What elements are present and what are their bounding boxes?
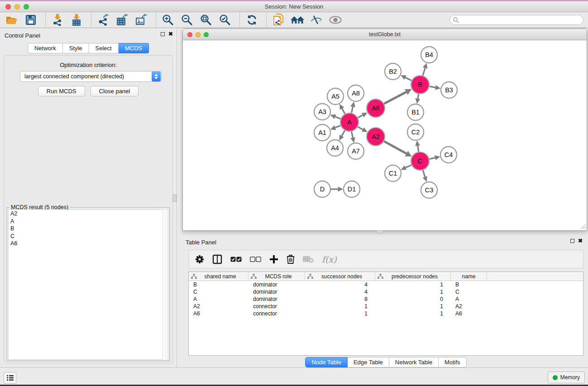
network-document-icon[interactable] — [270, 13, 287, 27]
table-cell[interactable]: B — [451, 281, 487, 288]
tab-style[interactable]: Style — [63, 43, 89, 53]
zoom-selected-icon[interactable] — [217, 13, 233, 27]
table-row[interactable]: Adominator80A — [189, 295, 583, 303]
tab-edge-table[interactable]: Edge Table — [348, 357, 389, 367]
table-cell[interactable]: 1 — [375, 288, 451, 295]
table-cell[interactable]: 1 — [375, 303, 451, 310]
table-cell[interactable]: A6 — [451, 310, 487, 317]
table-cell[interactable] — [487, 295, 583, 303]
result-item[interactable]: A2 — [9, 210, 168, 218]
delete-column-icon[interactable] — [287, 254, 295, 264]
eye-icon[interactable] — [327, 13, 344, 27]
edge-B-B1[interactable] — [418, 94, 419, 99]
float-panel-icon[interactable] — [161, 32, 165, 36]
node-table[interactable]: shared name MCDS role successor nodes pr… — [188, 272, 583, 356]
table-cell[interactable]: A — [189, 295, 249, 303]
edge-A-A1[interactable] — [335, 126, 340, 128]
table-cell[interactable]: A6 — [189, 310, 249, 317]
table-cell[interactable]: 1 — [375, 281, 451, 288]
memory-button[interactable]: Memory — [548, 372, 585, 383]
zoom-fit-icon[interactable] — [198, 13, 214, 27]
edge-C-C1[interactable] — [406, 165, 411, 168]
table-cell[interactable]: B — [189, 281, 249, 288]
import-table-icon[interactable] — [68, 13, 85, 27]
result-scrollbar[interactable] — [163, 210, 168, 360]
run-mcds-button[interactable]: Run MCDS — [38, 86, 85, 96]
optimization-criterion-select[interactable]: largest connected component (directed) — [20, 71, 162, 82]
edge-B-B3[interactable] — [430, 86, 435, 88]
save-icon[interactable] — [23, 13, 39, 27]
table-cell[interactable]: 0 — [375, 295, 451, 303]
gear-icon[interactable] — [195, 255, 204, 264]
export-image-icon[interactable] — [133, 13, 149, 27]
tab-node-table[interactable]: Node Table — [305, 357, 348, 367]
network-graph[interactable]: B4B2BB3A8A5A6A3B1AC2A1A2A4A7C4CC1C3DD1 — [183, 40, 587, 230]
tab-network[interactable]: Network — [28, 43, 63, 53]
zoom-out-icon[interactable] — [179, 13, 195, 27]
edge-C-C4[interactable] — [429, 158, 435, 159]
table-cell[interactable]: C — [189, 288, 249, 295]
table-cell[interactable] — [487, 281, 583, 288]
home-icon[interactable] — [289, 13, 306, 27]
result-item[interactable]: C — [9, 233, 168, 240]
edge-A2-C[interactable] — [384, 141, 406, 153]
column-header-mcds-role[interactable]: MCDS role — [249, 272, 305, 281]
search-input[interactable] — [459, 16, 583, 24]
table-cell[interactable]: 4 — [305, 281, 375, 288]
result-item[interactable]: A6 — [9, 240, 168, 248]
desktop-hscroll-thumb[interactable] — [377, 230, 383, 234]
table-cell[interactable] — [487, 310, 583, 317]
table-cell[interactable]: 1 — [305, 310, 375, 317]
table-cell[interactable]: C — [451, 288, 487, 295]
close-panel-button[interactable]: Close panel — [91, 86, 139, 96]
table-row[interactable]: Bdominator41B — [189, 281, 583, 288]
table-cell[interactable]: 4 — [305, 288, 375, 295]
edge-C-C3[interactable] — [423, 170, 425, 177]
table-cell[interactable] — [487, 303, 583, 310]
edge-A6-B[interactable] — [384, 92, 406, 104]
table-cell[interactable]: 8 — [305, 295, 375, 303]
column-header-predecessor-nodes[interactable]: predecessor nodes — [375, 272, 451, 281]
column-header-successor-nodes[interactable]: successor nodes — [305, 272, 375, 281]
deselect-all-icon[interactable] — [250, 257, 261, 262]
hide-eye-icon[interactable] — [308, 13, 325, 27]
tab-mcds[interactable]: MCDS — [119, 43, 149, 53]
import-network-icon[interactable] — [49, 13, 66, 27]
table-row[interactable]: Cdominator41C — [189, 288, 583, 295]
close-panel-icon[interactable]: ✖ — [168, 32, 173, 36]
edge-B-B2[interactable] — [405, 77, 411, 81]
table-cell[interactable]: A2 — [451, 303, 487, 310]
edge-A-A4[interactable] — [342, 130, 345, 136]
table-cell[interactable] — [487, 288, 583, 295]
result-item[interactable]: A — [9, 218, 168, 225]
float-table-panel-icon[interactable] — [570, 239, 574, 243]
task-history-button[interactable] — [4, 372, 16, 384]
delete-table-icon[interactable] — [303, 256, 314, 263]
table-cell[interactable]: A2 — [189, 303, 249, 310]
open-file-icon[interactable] — [4, 13, 20, 27]
zoom-in-icon[interactable] — [160, 13, 176, 27]
split-view-icon[interactable] — [212, 254, 222, 264]
edge-B-B4[interactable] — [423, 68, 425, 76]
table-row[interactable]: A2connector11A2 — [189, 303, 583, 310]
network-canvas[interactable]: B4B2BB3A8A5A6A3B1AC2A1A2A4A7C4CC1C3DD1 — [183, 40, 587, 230]
edge-A-A8[interactable] — [351, 107, 353, 113]
tab-motifs[interactable]: Motifs — [439, 357, 467, 367]
table-cell[interactable]: connector — [249, 310, 305, 317]
column-header-shared-name[interactable]: shared name — [189, 272, 249, 281]
export-table-icon[interactable] — [114, 13, 130, 27]
edge-C-C2[interactable] — [418, 146, 419, 152]
add-column-icon[interactable] — [269, 255, 278, 264]
mcds-result-list[interactable]: A2ABCA6 — [8, 210, 168, 360]
table-cell[interactable]: dominator — [249, 281, 305, 288]
table-body[interactable]: Bdominator41BCdominator41CAdominator80AA… — [189, 281, 583, 317]
edge-A-A2[interactable] — [358, 127, 363, 129]
table-cell[interactable]: connector — [249, 303, 305, 310]
desktop-vscroll-thumb[interactable] — [172, 195, 177, 202]
tab-network-table[interactable]: Network Table — [389, 357, 439, 367]
edge-A-A6[interactable] — [358, 115, 363, 118]
table-cell[interactable]: 1 — [375, 310, 451, 317]
edge-A-A3[interactable] — [335, 117, 340, 119]
select-all-icon[interactable] — [230, 257, 242, 262]
table-cell[interactable]: dominator — [249, 288, 305, 295]
